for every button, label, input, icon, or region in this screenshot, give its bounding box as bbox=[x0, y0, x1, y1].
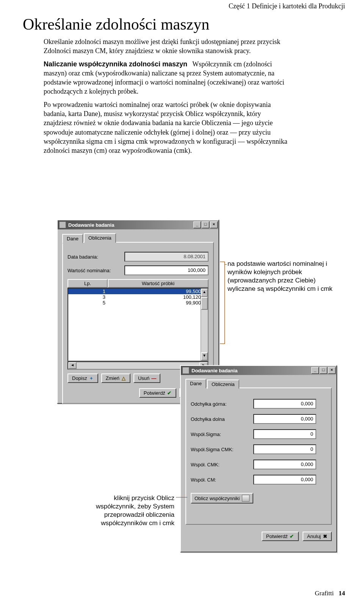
plus-icon: + bbox=[89, 376, 94, 381]
dialog-obliczenia: Dodawanie badania _ □ × Dane Obliczenia … bbox=[180, 365, 337, 552]
annotation-bracket bbox=[220, 262, 225, 344]
label-wspol-sigma-cmk: Współ.Sigma CMK: bbox=[191, 447, 253, 452]
col-lp[interactable]: Lp. bbox=[67, 279, 108, 288]
tab-obliczenia[interactable]: Obliczenia bbox=[207, 380, 239, 389]
window-title: Dodawanie badania bbox=[68, 222, 193, 228]
vertical-scrollbar[interactable]: ▲ ▼ bbox=[201, 289, 208, 361]
intro-paragraph: Określanie zdolności maszyn możliwe jest… bbox=[44, 37, 288, 56]
tab-obliczenia[interactable]: Obliczenia bbox=[84, 233, 116, 243]
minimize-button[interactable]: _ bbox=[311, 367, 319, 374]
table-row[interactable]: 5 99,900 bbox=[68, 300, 208, 306]
check-icon: ✔ bbox=[290, 534, 294, 539]
samples-list[interactable]: 1 99,500 3 100,120 5 99,900 ▲ bbox=[67, 288, 209, 361]
zmien-button[interactable]: Zmień △ bbox=[101, 373, 130, 383]
field-wspol-sigma[interactable]: 0 bbox=[253, 429, 316, 439]
page-number: 14 bbox=[339, 590, 345, 597]
field-data-badania[interactable]: 8.08.2001 bbox=[124, 252, 209, 262]
anuluj-button[interactable]: Anuluj ✖ bbox=[303, 532, 332, 541]
label-data-badania: Data badania: bbox=[67, 254, 124, 260]
cancel-icon: ✖ bbox=[323, 534, 327, 539]
minus-icon: — bbox=[151, 376, 156, 381]
tab-dane[interactable]: Dane bbox=[185, 379, 206, 388]
button-label: Potwierdź bbox=[144, 390, 165, 396]
tab-panel-obliczenia: Odchyłka górna: 0,000 Odchyłka dolna 0,0… bbox=[185, 388, 332, 525]
button-label: Potwierdź bbox=[266, 533, 288, 539]
annotation-line bbox=[224, 264, 227, 265]
maximize-button[interactable]: □ bbox=[320, 367, 327, 374]
field-wspol-cm[interactable]: 0,000 bbox=[253, 475, 316, 485]
label-wspol-cmk: Współ. CMK: bbox=[191, 462, 253, 468]
dopisz-button[interactable]: Dopisz + bbox=[67, 373, 98, 383]
field-wartosc-nominalna[interactable]: 100,000 bbox=[124, 265, 209, 275]
tab-dane-label: Dane bbox=[190, 381, 202, 386]
button-label: Zmień bbox=[106, 375, 119, 381]
cell-value: 99,500 bbox=[108, 289, 208, 294]
cell-lp: 3 bbox=[68, 294, 108, 300]
button-label: Usuń bbox=[138, 375, 149, 381]
potwierdz-button[interactable]: Potwierdź ✔ bbox=[262, 532, 299, 541]
tab-dane[interactable]: Dane bbox=[62, 234, 83, 243]
cell-lp: 5 bbox=[68, 300, 108, 306]
field-odchylka-gorna[interactable]: 0,000 bbox=[253, 399, 316, 409]
annotation-line bbox=[176, 497, 187, 497]
cell-value: 100,120 bbox=[108, 294, 208, 300]
button-label: Dopisz bbox=[72, 375, 87, 381]
minimize-button[interactable]: _ bbox=[193, 221, 201, 228]
close-button[interactable]: × bbox=[328, 367, 336, 374]
close-button[interactable]: × bbox=[210, 221, 218, 228]
label-odchylka-dolna: Odchyłka dolna bbox=[191, 416, 253, 422]
app-icon bbox=[182, 367, 189, 374]
scroll-thumb[interactable] bbox=[201, 297, 208, 310]
scroll-down-icon[interactable]: ▼ bbox=[201, 352, 208, 361]
check-icon: ✔ bbox=[167, 391, 172, 395]
titlebar[interactable]: Dodawanie badania _ □ × bbox=[181, 366, 336, 375]
label-wartosc-nominalna: Wartość nominalna: bbox=[67, 268, 124, 273]
section-paragraph-2: Po wprowadzeniu wartości nominalnej oraz… bbox=[44, 100, 288, 155]
footer: Grafitti 14 bbox=[315, 590, 345, 597]
field-wspol-sigma-cmk[interactable]: 0 bbox=[253, 444, 316, 454]
potwierdz-button[interactable]: Potwierdź ✔ bbox=[139, 388, 176, 398]
footer-text: Grafitti bbox=[315, 590, 334, 597]
tab-obliczenia-label: Obliczenia bbox=[212, 381, 235, 387]
window-title: Dodawanie badania bbox=[191, 368, 311, 373]
annotation-right: na podstawie wartości nominalnej i wynik… bbox=[228, 260, 341, 293]
maximize-button[interactable]: □ bbox=[202, 221, 209, 228]
annotation-left: kliknij przycisk Oblicz współczynnik, że… bbox=[95, 494, 174, 527]
table-header: Lp. Wartość próbki bbox=[67, 279, 209, 288]
button-label: Anuluj bbox=[307, 533, 321, 539]
label-wspol-cm: Współ. CM: bbox=[191, 477, 253, 483]
calculator-icon bbox=[242, 495, 249, 502]
usun-button[interactable]: Usuń — bbox=[133, 373, 160, 383]
page-header: Część 1 Definicje i kartoteki dla Produk… bbox=[229, 2, 345, 10]
runin-heading: Naliczanie współczynnika zdolności maszy… bbox=[44, 60, 187, 68]
section-paragraph-1: Naliczanie współczynnika zdolności maszy… bbox=[44, 60, 288, 96]
cell-lp: 1 bbox=[68, 289, 108, 294]
col-wartosc-probki[interactable]: Wartość próbki bbox=[108, 279, 209, 288]
table-row[interactable]: 3 100,120 bbox=[68, 294, 208, 300]
button-label: Oblicz współczynniki bbox=[195, 496, 240, 501]
field-wspol-cmk[interactable]: 0,000 bbox=[253, 460, 316, 469]
label-wspol-sigma: Współ.Sigma: bbox=[191, 431, 253, 437]
tab-dane-label: Dane bbox=[67, 236, 78, 242]
label-odchylka-gorna: Odchyłka górna: bbox=[191, 401, 253, 407]
triangle-icon: △ bbox=[121, 376, 126, 381]
page-title: Określanie zdolności maszyn bbox=[23, 15, 288, 33]
app-icon bbox=[59, 221, 66, 228]
field-odchylka-dolna[interactable]: 0,000 bbox=[253, 414, 316, 424]
oblicz-wspolczynniki-button[interactable]: Oblicz współczynniki bbox=[191, 493, 253, 504]
table-row[interactable]: 1 99,500 bbox=[68, 289, 208, 294]
scroll-left-icon[interactable]: ◄ bbox=[68, 362, 77, 369]
scroll-up-icon[interactable]: ▲ bbox=[201, 289, 208, 297]
cell-value: 99,900 bbox=[108, 300, 208, 306]
titlebar[interactable]: Dodawanie badania _ □ × bbox=[58, 220, 218, 229]
tab-obliczenia-label: Obliczenia bbox=[88, 235, 111, 241]
